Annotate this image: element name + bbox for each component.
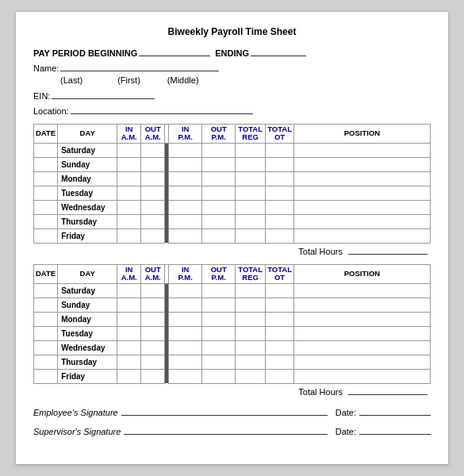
cell-date xyxy=(34,186,58,200)
cell-in-am xyxy=(117,312,141,326)
cell-out-pm xyxy=(202,228,236,243)
cell-position xyxy=(293,283,430,298)
cell-day: Friday xyxy=(58,369,117,383)
cell-total-reg xyxy=(236,340,266,355)
cell-position xyxy=(293,340,430,355)
cell-date xyxy=(34,298,58,312)
cell-day: Monday xyxy=(58,171,117,186)
cell-date xyxy=(34,200,58,214)
cell-position xyxy=(293,186,430,200)
cell-in-pm xyxy=(169,283,202,298)
cell-in-am xyxy=(117,200,141,214)
cell-out-am xyxy=(141,326,165,340)
supervisor-date-label: Date: xyxy=(336,427,356,436)
th-total-reg-1: TOTALREG xyxy=(236,125,266,144)
cell-in-am xyxy=(117,283,141,298)
table-row: Monday xyxy=(34,171,431,186)
total-hours-2: Total Hours xyxy=(33,387,431,397)
cell-total-reg xyxy=(236,186,266,200)
cell-out-pm xyxy=(202,326,236,340)
table-row: Monday xyxy=(34,312,431,326)
cell-out-pm xyxy=(202,283,236,298)
cell-day: Friday xyxy=(58,228,117,243)
cell-out-am xyxy=(141,340,165,355)
cell-date xyxy=(34,143,58,157)
cell-in-pm xyxy=(169,298,202,312)
first-time-table: DATE DAY INA.M. OUTA.M. INP.M. OUTP.M. T… xyxy=(33,124,431,244)
table-row: Wednesday xyxy=(34,200,431,214)
cell-out-pm xyxy=(202,171,236,186)
total-hours-line-2 xyxy=(348,394,428,395)
cell-date xyxy=(34,171,58,186)
cell-in-pm xyxy=(169,200,202,214)
cell-day: Wednesday xyxy=(58,340,117,355)
th-out-pm-1: OUTP.M. xyxy=(202,125,236,144)
th-date-1: DATE xyxy=(34,125,58,144)
cell-total-reg xyxy=(236,326,266,340)
employee-date-label: Date: xyxy=(336,408,356,417)
cell-out-am xyxy=(141,143,165,157)
cell-out-am xyxy=(141,355,165,369)
cell-in-pm xyxy=(169,340,202,355)
cell-total-ot xyxy=(266,200,294,214)
cell-day: Tuesday xyxy=(58,326,117,340)
cell-date xyxy=(34,312,58,326)
cell-total-reg xyxy=(236,171,266,186)
page: Biweekly Payroll Time Sheet PAY PERIOD B… xyxy=(16,12,448,464)
table-row: Thursday xyxy=(34,355,431,369)
cell-total-reg xyxy=(236,355,266,369)
table-row: Saturday xyxy=(34,283,431,298)
cell-date xyxy=(34,228,58,243)
cell-in-pm xyxy=(169,186,202,200)
cell-out-am xyxy=(141,157,165,171)
cell-position xyxy=(293,200,430,214)
cell-in-pm xyxy=(169,157,202,171)
page-title: Biweekly Payroll Time Sheet xyxy=(33,26,431,37)
th-day-1: DAY xyxy=(58,125,117,144)
cell-total-ot xyxy=(266,369,294,383)
table-row: Thursday xyxy=(34,214,431,228)
first-label: (First) xyxy=(117,75,140,85)
th-in-am-2: INA.M. xyxy=(117,264,141,283)
employee-date-line xyxy=(359,405,431,416)
pay-period-end-line xyxy=(251,45,306,56)
cell-total-reg xyxy=(236,312,266,326)
table-row: Wednesday xyxy=(34,340,431,355)
cell-out-pm xyxy=(202,312,236,326)
cell-position xyxy=(293,214,430,228)
cell-day: Saturday xyxy=(58,283,117,298)
cell-date xyxy=(34,369,58,383)
cell-position xyxy=(293,157,430,171)
th-position-1: POSITION xyxy=(293,125,430,144)
ein-row: EIN: xyxy=(33,88,431,101)
cell-total-ot xyxy=(266,340,294,355)
sig-section: Employee's Signature Date: Supervisor's … xyxy=(33,405,431,436)
cell-total-reg xyxy=(236,143,266,157)
cell-in-am xyxy=(117,143,141,157)
table-row: Friday xyxy=(34,228,431,243)
cell-in-am xyxy=(117,340,141,355)
cell-in-am xyxy=(117,298,141,312)
cell-out-am xyxy=(141,186,165,200)
cell-total-ot xyxy=(266,186,294,200)
supervisor-sig-label: Supervisor's Signature xyxy=(33,427,121,436)
cell-out-pm xyxy=(202,369,236,383)
cell-out-am xyxy=(141,312,165,326)
cell-out-am xyxy=(141,228,165,243)
name-label: Name: xyxy=(33,63,59,73)
location-row: Location: xyxy=(33,103,431,116)
cell-out-pm xyxy=(202,340,236,355)
total-hours-line-1 xyxy=(348,254,428,255)
cell-in-am xyxy=(117,326,141,340)
cell-out-am xyxy=(141,214,165,228)
th-total-ot-1: TOTALOT xyxy=(266,125,294,144)
name-sub-labels: (Last) (First) (Middle) xyxy=(60,75,431,85)
cell-out-pm xyxy=(202,214,236,228)
middle-label: (Middle) xyxy=(167,75,199,85)
cell-out-pm xyxy=(202,143,236,157)
cell-day: Sunday xyxy=(58,298,117,312)
second-time-table: DATE DAY INA.M. OUTA.M. INP.M. OUTP.M. T… xyxy=(33,264,431,384)
location-label: Location: xyxy=(33,106,69,116)
cell-date xyxy=(34,326,58,340)
cell-out-pm xyxy=(202,298,236,312)
